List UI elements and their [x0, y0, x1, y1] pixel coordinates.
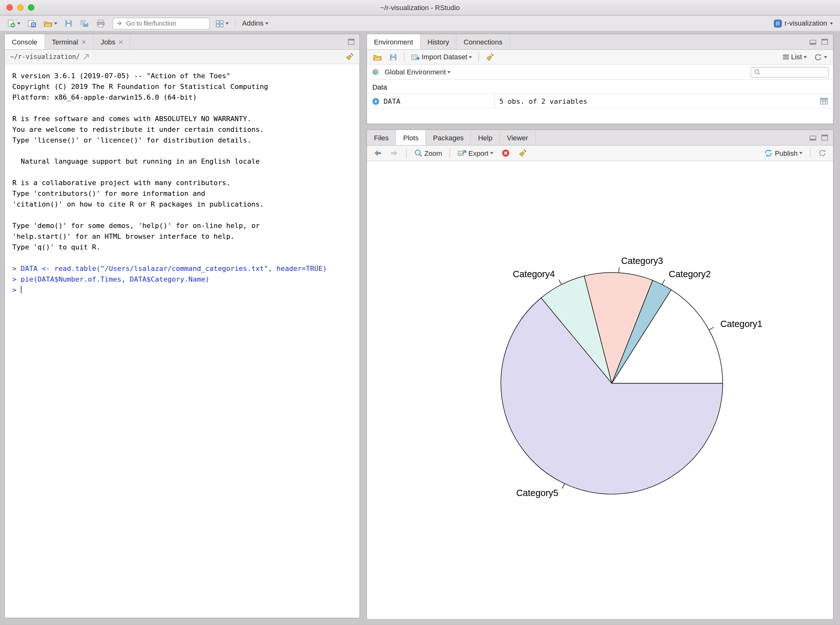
new-file-button[interactable] [5, 18, 22, 29]
save-icon [389, 53, 397, 61]
console-output-line: Natural language support but running in … [12, 156, 355, 167]
tab-history[interactable]: History [421, 34, 457, 50]
maximize-pane-icon[interactable] [821, 38, 829, 46]
tab-terminal[interactable]: Terminal [45, 34, 94, 50]
project-icon: R [773, 19, 782, 28]
close-icon[interactable] [81, 39, 86, 44]
refresh-icon [814, 53, 822, 61]
addins-button[interactable]: Addins [240, 18, 270, 28]
print-button[interactable] [95, 18, 106, 29]
tab-plots[interactable]: Plots [396, 130, 426, 145]
list-mode-label: List [791, 53, 802, 61]
remove-plot-button[interactable] [500, 148, 511, 159]
open-file-button[interactable] [42, 18, 59, 29]
close-window-button[interactable] [6, 5, 12, 11]
environment-scope-selector[interactable]: Global Environment [383, 67, 452, 77]
pie-label-category5: Category5 [516, 488, 558, 498]
tab-viewer[interactable]: Viewer [500, 130, 536, 145]
global-environment-cube-icon [371, 68, 380, 76]
console-output-line: Platform: x86_64-apple-darwin15.6.0 (64-… [12, 92, 355, 103]
goto-file-input[interactable] [125, 19, 206, 28]
console-output-line: You are welcome to redistribute it under… [12, 124, 355, 135]
load-workspace-button[interactable] [371, 52, 384, 62]
clear-environment-button[interactable] [484, 52, 496, 62]
goto-file-search [113, 17, 210, 29]
tab-connections[interactable]: Connections [457, 34, 510, 50]
tab-label: Terminal [52, 38, 78, 46]
console-output-line: R version 3.6.1 (2019-07-05) -- "Action … [12, 71, 355, 81]
environment-search-box [750, 67, 829, 77]
console-output-line: R is a collaborative project with many c… [12, 178, 355, 188]
environment-section-header: Data [367, 80, 833, 94]
broom-icon [486, 53, 495, 61]
environment-scope-row: Global Environment [367, 65, 833, 80]
maximize-pane-icon[interactable] [347, 38, 355, 46]
save-all-button[interactable] [78, 18, 91, 29]
minimize-window-button[interactable] [17, 5, 23, 11]
goto-directory-icon[interactable] [83, 54, 90, 60]
minimize-pane-icon[interactable] [809, 134, 817, 141]
console-output-line [12, 210, 355, 221]
tab-label: Console [12, 38, 37, 46]
minimize-pane-icon[interactable] [809, 38, 817, 46]
pie-label-tick [562, 484, 564, 489]
plot-display-area: Category1Category2Category3Category4Cate… [367, 161, 833, 619]
tab-files[interactable]: Files [367, 130, 396, 145]
text-caret [21, 286, 22, 294]
main-toolbar: Addins R r-visualization [0, 16, 840, 31]
refresh-environment-button[interactable] [812, 52, 829, 62]
pie-label-category4: Category4 [513, 269, 555, 279]
zoom-label: Zoom [424, 149, 442, 157]
project-name-label: r-visualization [784, 19, 827, 27]
clear-all-plots-button[interactable] [516, 148, 528, 159]
close-icon[interactable] [118, 39, 123, 44]
environment-view-mode-button[interactable]: List [780, 52, 809, 62]
console-output[interactable]: R version 3.6.1 (2019-07-05) -- "Action … [5, 64, 359, 295]
view-data-grid-icon[interactable] [820, 98, 828, 105]
pie-label-category1: Category1 [720, 319, 762, 329]
tab-packages[interactable]: Packages [426, 130, 471, 145]
open-folder-icon [373, 53, 382, 61]
chevron-down-icon [804, 56, 807, 58]
tab-label: Packages [433, 134, 464, 141]
console-output-line: Type 'license()' or 'licence()' for dist… [12, 135, 355, 146]
zoom-window-button[interactable] [28, 5, 34, 11]
plots-toolbar: Zoom Export Publish [367, 146, 833, 161]
save-workspace-button[interactable] [387, 52, 399, 62]
console-tabbar: Console Terminal Jobs [5, 34, 359, 50]
environment-search-input[interactable] [762, 68, 826, 76]
previous-plot-button[interactable] [372, 148, 383, 158]
expand-object-icon[interactable] [372, 97, 380, 105]
new-project-button[interactable] [26, 18, 38, 29]
new-project-icon [28, 19, 37, 28]
environment-pane: Environment History Connections [366, 34, 833, 124]
scale-wrapper: ~/r-visualization - RStudio [0, 0, 840, 625]
panes-grid-icon [215, 19, 224, 28]
export-plot-button[interactable]: Export [456, 148, 495, 159]
workspace-panes-button[interactable] [214, 18, 231, 29]
console-output-line [12, 103, 355, 113]
search-icon [754, 68, 760, 75]
publish-plot-button[interactable]: Publish [762, 148, 804, 159]
chevron-down-icon [54, 22, 57, 24]
project-menu-button[interactable]: R r-visualization [772, 18, 835, 29]
console-output-line: Copyright (C) 2019 The R Foundation for … [12, 81, 355, 92]
tab-help[interactable]: Help [471, 130, 500, 145]
tab-console[interactable]: Console [5, 34, 45, 50]
tab-environment[interactable]: Environment [367, 34, 421, 50]
export-icon [458, 149, 467, 157]
tab-label: History [428, 38, 449, 46]
print-icon [97, 19, 105, 28]
next-plot-button[interactable] [388, 148, 400, 158]
maximize-pane-icon[interactable] [821, 134, 829, 141]
refresh-plot-button[interactable] [816, 148, 828, 159]
zoom-plot-button[interactable]: Zoom [412, 148, 444, 159]
toolbar-separator [479, 52, 479, 62]
console-path-bar: ~/r-visualization/ [5, 50, 359, 64]
tab-label: Connections [464, 38, 502, 46]
save-button[interactable] [63, 18, 75, 29]
import-dataset-button[interactable]: Import Dataset [409, 52, 474, 62]
clear-console-broom-icon[interactable] [345, 52, 354, 61]
tab-jobs[interactable]: Jobs [94, 34, 131, 50]
environment-object-row[interactable]: DATA 5 obs. of 2 variables [367, 94, 833, 109]
